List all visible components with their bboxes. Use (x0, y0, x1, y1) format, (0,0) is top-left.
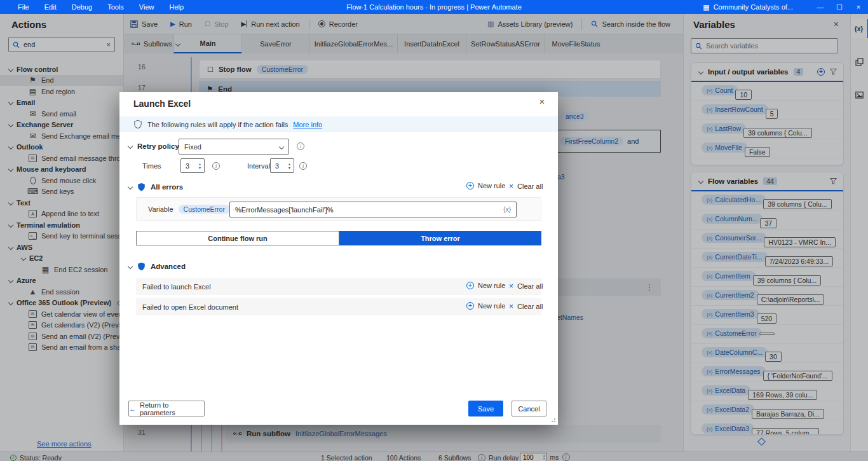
all-errors-new-rule-button[interactable]: + New rule (466, 182, 505, 189)
continue-flow-run-option[interactable]: Continue flow run (136, 231, 339, 245)
throw-error-option[interactable]: Throw error (339, 231, 541, 245)
account-button[interactable]: ▦ Community Catalysts of... (703, 3, 793, 11)
retry-policy-select[interactable]: Fixed (179, 139, 289, 155)
menu-help[interactable]: Help (169, 3, 184, 11)
organization-icon: ▦ (703, 3, 709, 11)
close-dialog-icon[interactable]: × (535, 96, 549, 107)
error-value-input[interactable]: {x} (229, 202, 517, 217)
launch-clear-all-button[interactable]: × Clear all (509, 282, 543, 291)
all-errors-clear-all-button[interactable]: × Clear all (509, 182, 543, 191)
resize-grip[interactable] (549, 416, 555, 422)
retry-policy-header[interactable]: Retry policy (128, 142, 179, 150)
plus-circle-icon: + (466, 182, 474, 189)
variable-pill[interactable]: CustomeError (179, 205, 230, 214)
menu-bar: File Edit Debug Tools View Help (0, 3, 184, 11)
menu-debug[interactable]: Debug (72, 3, 92, 11)
more-info-link[interactable]: More info (293, 121, 322, 128)
save-dialog-button[interactable]: Save (468, 401, 503, 416)
title-bar: File Edit Debug Tools View Help Flow-1 C… (0, 0, 868, 14)
plus-circle-icon: + (466, 282, 474, 289)
rules-info-bar: The following rules will apply if the ac… (119, 116, 558, 132)
shield-icon (137, 262, 146, 271)
info-icon[interactable]: i (212, 162, 220, 170)
launch-new-rule-button[interactable]: + New rule (466, 282, 505, 289)
chevron-down-icon (128, 184, 133, 189)
minimize-button[interactable]: — (811, 0, 830, 14)
menu-file[interactable]: File (18, 3, 29, 11)
advanced-header[interactable]: Advanced (128, 262, 186, 271)
menu-tools[interactable]: Tools (107, 3, 124, 11)
clear-x-icon: × (509, 282, 513, 291)
chevron-down-icon (128, 144, 133, 149)
maximize-button[interactable]: ☐ (830, 0, 849, 14)
stepper-arrows-icon[interactable]: ▴▾ (285, 159, 294, 172)
back-arrow-icon: ← (129, 405, 136, 413)
open-doc-clear-all-button[interactable]: × Clear all (509, 302, 543, 311)
menu-edit[interactable]: Edit (44, 3, 57, 11)
shield-outline-icon (133, 120, 142, 129)
cancel-dialog-button[interactable]: Cancel (512, 401, 546, 416)
chevron-down-icon (279, 144, 284, 149)
chevron-down-icon (128, 264, 133, 269)
clear-x-icon: × (509, 302, 513, 311)
close-window-button[interactable]: × (849, 0, 868, 14)
clear-x-icon: × (509, 182, 513, 191)
interval-stepper[interactable]: 3 ▴▾ (270, 158, 294, 173)
info-icon[interactable]: i (299, 162, 307, 170)
open-doc-new-rule-button[interactable]: + New rule (466, 302, 505, 310)
return-to-parameters-button[interactable]: ← Return to parameters (128, 401, 205, 416)
stepper-arrows-icon[interactable]: ▴▾ (196, 159, 204, 172)
dialog-title: Launch Excel (133, 99, 191, 109)
app-window: File Edit Debug Tools View Help Flow-1 C… (0, 0, 868, 461)
times-label: Times (142, 162, 161, 170)
interval-label: Interval (247, 162, 270, 170)
info-icon[interactable]: i (297, 142, 304, 150)
all-errors-header[interactable]: All errors (128, 182, 183, 191)
error-behavior-toggle: Continue flow run Throw error (136, 231, 541, 245)
fx-icon[interactable]: {x} (503, 206, 516, 213)
error-variable-rule: Variable CustomeError {x} to {x} (136, 197, 541, 221)
plus-circle-icon: + (466, 302, 474, 310)
launch-excel-dialog: Launch Excel × The following rules will … (119, 92, 558, 425)
menu-view[interactable]: View (139, 3, 154, 11)
times-stepper[interactable]: 3 ▴▾ (180, 158, 205, 173)
shield-icon (137, 182, 146, 191)
error-value-text[interactable] (230, 206, 503, 214)
